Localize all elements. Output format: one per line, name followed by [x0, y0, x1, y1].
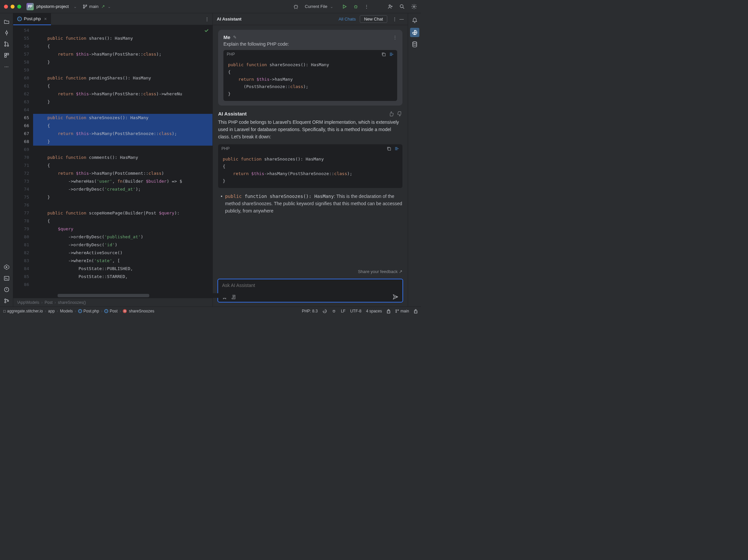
svg-rect-12	[5, 53, 6, 55]
copy-icon[interactable]	[381, 52, 386, 56]
scrollbar-thumb[interactable]	[57, 294, 149, 297]
status-line-separator[interactable]: LF	[341, 309, 346, 313]
push-arrow-icon: ↗	[101, 4, 105, 9]
svg-point-28	[397, 309, 398, 310]
minimize-window-icon[interactable]	[10, 5, 15, 8]
horizontal-scrollbar[interactable]	[33, 293, 232, 298]
edit-icon[interactable]: ✎	[233, 35, 237, 40]
svg-point-19	[7, 300, 8, 302]
nav-crumb[interactable]: Post	[110, 309, 117, 313]
thumbs-up-icon[interactable]	[389, 111, 394, 117]
nav-crumb[interactable]: shareSnoozes	[129, 309, 154, 313]
search-icon[interactable]	[399, 4, 405, 9]
user-code-block: PHP public function shareSnoozes(): HasM…	[224, 50, 397, 101]
status-ai-icon[interactable]	[322, 309, 327, 313]
editor-body[interactable]: 5455565758596061626364656667686970717273…	[13, 25, 212, 293]
run-config-selector[interactable]: Current File ⌄	[305, 4, 336, 9]
send-icon[interactable]	[393, 294, 398, 300]
editor-tabs: C Post.php × ⋮	[13, 13, 212, 25]
structure-tool-icon[interactable]	[0, 50, 13, 61]
user-name-label: Me	[224, 34, 230, 40]
debug-icon[interactable]	[353, 4, 358, 9]
ask-input-box[interactable]	[217, 279, 403, 303]
nav-crumb[interactable]: aggregate.stitcher.io	[7, 309, 43, 313]
svg-point-26	[396, 309, 397, 310]
close-window-icon[interactable]	[4, 5, 8, 8]
new-chat-button[interactable]: New Chat	[360, 15, 387, 23]
chevron-down-icon[interactable]: ⌄	[73, 4, 77, 9]
settings-icon[interactable]	[411, 4, 417, 9]
tab-menu-icon[interactable]: ⋮	[202, 17, 212, 22]
commit-tool-icon[interactable]	[0, 27, 13, 39]
editor-breadcrumb[interactable]: \App\Models › Post › shareSnoozes()	[13, 298, 212, 306]
svg-point-27	[396, 311, 397, 312]
status-php-version[interactable]: PHP: 8.3	[302, 309, 318, 313]
pull-requests-icon[interactable]	[0, 39, 13, 50]
share-feedback-link[interactable]: Share your feedback ↗	[213, 268, 408, 277]
code-content[interactable]: public function shares(): HasMany { retu…	[33, 25, 212, 293]
notifications-icon[interactable]	[410, 16, 419, 25]
window-controls	[4, 5, 21, 8]
status-indent[interactable]: 4 spaces	[366, 309, 382, 313]
status-encoding[interactable]: UTF-8	[350, 309, 361, 313]
terminal-tool-icon[interactable]	[0, 273, 13, 284]
thumbs-down-icon[interactable]	[397, 111, 402, 117]
user-prompt-text: Explain the following PHP code:	[224, 41, 397, 47]
inspection-ok-icon[interactable]	[204, 28, 209, 33]
svg-rect-20	[382, 53, 385, 56]
tab-file-name: Post.php	[24, 16, 41, 21]
insert-icon[interactable]	[389, 52, 394, 56]
assistant-title: AI Assistant	[217, 17, 241, 22]
database-tool-icon[interactable]	[410, 40, 419, 49]
svg-rect-21	[388, 148, 391, 150]
nav-crumb-root-icon[interactable]: □	[3, 309, 6, 313]
chevron-down-icon[interactable]: ⌄	[108, 4, 111, 9]
file-tab[interactable]: C Post.php ×	[13, 13, 51, 25]
php-class-icon: C	[78, 309, 82, 313]
title-bar: PP phpstorm-project ⌄ main ↗ ⌄ Current F…	[0, 0, 421, 13]
close-tab-icon[interactable]: ×	[44, 16, 47, 22]
ai-assistant-icon[interactable]	[410, 28, 419, 37]
ask-input[interactable]	[222, 283, 398, 288]
ai-code-block: PHP public function shareSnoozes(): HasM…	[218, 144, 402, 188]
bullet-item: • public function shareSnoozes(): HasMan…	[221, 193, 402, 214]
more-icon[interactable]: ⋮	[365, 4, 369, 9]
project-badge: PP	[26, 3, 34, 10]
status-lock-icon[interactable]	[387, 309, 391, 313]
status-vcs-branch[interactable]: main	[395, 309, 409, 313]
more-icon[interactable]: ⋮	[393, 17, 397, 22]
svg-rect-29	[414, 311, 417, 313]
nav-crumb[interactable]: app	[48, 309, 54, 313]
vcs-tool-icon[interactable]	[0, 295, 13, 306]
status-padlock-icon[interactable]	[414, 309, 418, 313]
nav-crumb[interactable]: Post.php	[84, 309, 99, 313]
insert-icon[interactable]	[395, 146, 399, 151]
project-name[interactable]: phpstorm-project	[37, 4, 69, 9]
project-tool-icon[interactable]	[0, 16, 13, 27]
breadcrumb-segment[interactable]: shareSnoozes()	[58, 300, 86, 305]
breadcrumb-segment[interactable]: Post	[45, 300, 53, 305]
vcs-branch[interactable]: main ↗ ⌄	[83, 4, 114, 9]
copy-icon[interactable]	[387, 146, 391, 151]
run-config-label: Current File	[305, 4, 327, 9]
problems-tool-icon[interactable]	[0, 284, 13, 295]
svg-point-11	[7, 45, 8, 46]
status-listener-icon[interactable]	[332, 309, 336, 313]
nav-crumb[interactable]: Models	[60, 309, 73, 313]
run-icon[interactable]	[342, 4, 347, 9]
right-tool-rail	[408, 13, 421, 306]
minimize-panel-icon[interactable]: —	[399, 17, 404, 22]
breadcrumb-segment[interactable]: \App\Models	[17, 300, 39, 305]
method-icon: m	[123, 309, 127, 313]
more-icon[interactable]: ⋮	[393, 35, 397, 40]
svg-point-8	[6, 32, 8, 34]
services-tool-icon[interactable]	[0, 261, 13, 273]
code-with-me-icon[interactable]	[387, 4, 393, 9]
maximize-window-icon[interactable]	[17, 5, 21, 8]
all-chats-link[interactable]: All Chats	[338, 17, 356, 22]
bug-highlight-icon[interactable]	[293, 4, 299, 9]
svg-point-10	[5, 45, 6, 46]
assistant-chat-body[interactable]: Me ✎ ⋮ Explain the following PHP code: P…	[213, 25, 408, 268]
more-tools-icon[interactable]: ⋯	[0, 61, 13, 72]
assistant-panel: AI Assistant All Chats New Chat ⋮ — Me ✎…	[212, 13, 408, 306]
